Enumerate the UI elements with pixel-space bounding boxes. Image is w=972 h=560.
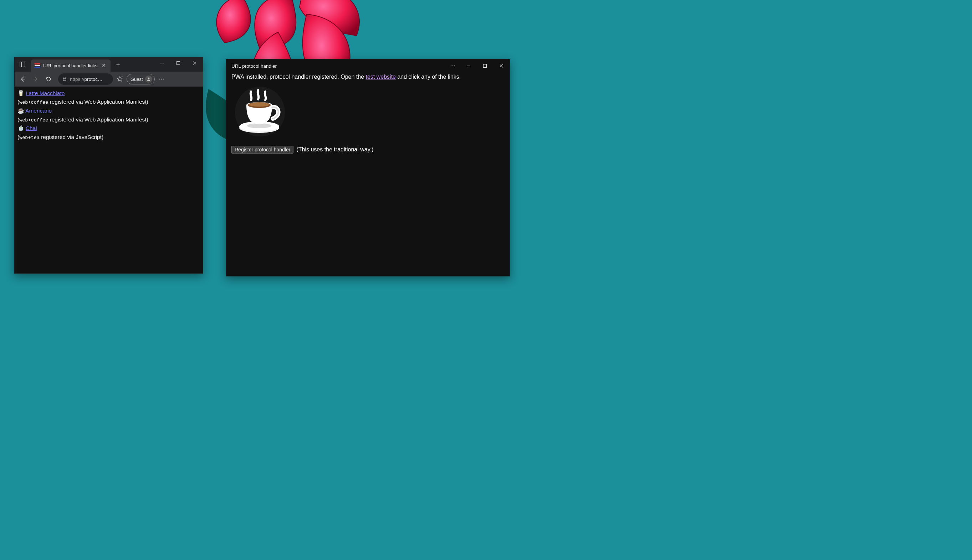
page-favicon [35,63,40,68]
pwa-title: URL protocol handler [231,63,277,69]
register-row: Register protocol handler (This uses the… [231,146,505,153]
close-window-button[interactable] [186,57,203,69]
svg-point-18 [454,65,455,67]
back-button[interactable] [17,73,29,85]
minimize-button[interactable] [154,57,170,69]
list-item-note: (web+coffee registered via Web Applicati… [17,116,200,124]
svg-rect-3 [35,65,40,66]
more-button[interactable] [156,73,167,85]
svg-rect-6 [177,62,180,65]
window-controls [154,57,203,69]
browser-chrome: URL protocol handler links ✕ ＋ [15,57,203,87]
svg-rect-20 [483,65,487,68]
svg-point-12 [147,78,149,80]
dots-horizontal-icon [158,76,165,82]
vertical-tabs-button[interactable] [17,59,28,70]
vertical-tabs-icon [20,62,25,67]
pwa-window: URL protocol handler PWA installed, prot… [226,59,510,277]
tab-close-button[interactable]: ✕ [100,62,108,70]
browser-window: URL protocol handler links ✕ ＋ [14,57,203,273]
tab-title: URL protocol handler links [43,63,97,68]
list-item: 🍵 Chai [17,124,200,132]
arrow-right-icon [32,76,39,82]
refresh-icon [45,76,52,82]
svg-point-27 [249,103,269,107]
test-website-link[interactable]: test website [366,74,396,80]
close-icon [499,64,504,68]
minimize-icon [467,64,471,68]
svg-point-16 [451,65,452,67]
svg-rect-0 [20,62,25,67]
protocol-code: web+coffee [19,118,48,123]
browser-tab[interactable]: URL protocol handler links ✕ [31,60,110,72]
register-note: (This uses the traditional way.) [296,147,373,153]
intro-text: PWA installed, protocol handler register… [231,74,505,80]
page-content: 🥛 Latte Macchiato (web+coffee registered… [15,87,203,273]
drink-link-latte[interactable]: Latte Macchiato [26,90,65,96]
maximize-icon [176,61,181,65]
refresh-button[interactable] [42,73,55,85]
list-item: 🥛 Latte Macchiato [17,89,200,97]
protocol-code: web+tea [19,135,40,140]
minimize-icon [160,61,164,65]
list-item-note: (web+coffee registered via Web Applicati… [17,98,200,106]
protocol-code: web+coffee [19,100,48,105]
star-plus-icon [117,76,123,82]
register-protocol-button[interactable]: Register protocol handler [231,146,293,153]
profile-label: Guest [130,77,143,82]
close-icon [192,61,197,65]
maximize-button[interactable] [477,60,493,72]
site-info-button[interactable] [62,76,67,82]
svg-rect-9 [63,78,66,80]
url-text: https://protoc… [70,77,109,82]
drink-emoji: ☕ [17,107,24,115]
dots-horizontal-icon [450,63,456,69]
svg-rect-2 [35,63,40,65]
maximize-icon [483,64,487,68]
forward-button[interactable] [30,73,42,85]
app-menu-button[interactable] [445,60,460,72]
lock-icon [62,76,67,81]
svg-point-17 [452,65,453,67]
new-tab-button[interactable]: ＋ [113,59,123,70]
profile-button[interactable]: Guest [127,74,155,85]
list-item-note: (web+tea registered via JavaScript) [17,133,200,142]
favorites-button[interactable] [114,73,126,85]
maximize-button[interactable] [170,57,186,69]
drink-emoji: 🥛 [17,89,24,97]
svg-point-13 [159,79,160,80]
svg-point-14 [161,79,162,80]
drink-link-americano[interactable]: Americano [25,108,52,113]
list-item: ☕ Americano [17,107,200,115]
close-window-button[interactable] [493,60,510,72]
address-bar[interactable]: https://protoc… [58,73,113,85]
avatar-icon [145,75,152,83]
svg-point-15 [162,79,164,80]
browser-toolbar: https://protoc… Guest [15,72,203,87]
pwa-content: PWA installed, protocol handler register… [226,72,510,158]
tab-strip: URL protocol handler links ✕ ＋ [15,57,203,72]
drink-link-chai[interactable]: Chai [26,125,37,131]
svg-rect-4 [35,67,40,68]
minimize-button[interactable] [460,60,477,72]
drink-emoji: 🍵 [17,124,24,132]
pwa-titlebar: URL protocol handler [226,60,510,72]
arrow-left-icon [20,76,26,82]
coffee-cup-icon [231,85,288,138]
